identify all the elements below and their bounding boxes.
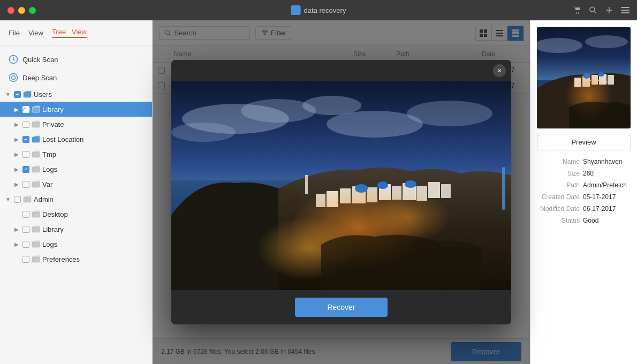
chevron-admin: ▼ [4,195,12,203]
svg-point-72 [409,191,411,192]
folder-icon-library [32,105,40,113]
info-row-name: Name Shyannhaven [537,158,631,165]
sidebar-item-tmp[interactable]: ▶ Tmp [0,147,152,162]
checkbox-var[interactable] [22,181,29,188]
tree-label-users: Users [34,90,52,98]
right-panel: Preview Name Shyannhaven Size 260 Path A… [530,20,637,364]
svg-point-11 [12,76,16,80]
svg-point-0 [576,12,577,13]
sidebar-item-admin-desktop[interactable]: ▶ Desktop [0,207,152,222]
minimize-button[interactable] [18,7,25,14]
folder-icon-admin [23,195,32,203]
menu-icon[interactable] [621,6,630,14]
chevron-admin-library: ▶ [13,225,20,233]
tree-label-admin-logs: Logs [42,240,57,248]
sidebar-menu-bar: File View Tree View [0,20,152,46]
checkbox-private[interactable] [22,121,29,128]
info-value-size: 260 [583,170,594,177]
preview-button[interactable]: Preview [537,134,631,150]
quick-scan-icon [9,55,18,64]
svg-point-1 [578,12,579,13]
checkbox-admin-preferences[interactable] [22,256,29,263]
sidebar-item-library[interactable]: ▶ ✓ Library [0,102,152,117]
content-area: Filter [153,20,530,364]
modal-recover-button[interactable]: Recover [295,298,387,317]
sidebar-item-private[interactable]: ▶ Private [0,117,152,132]
deep-scan-item[interactable]: Deep Scan [0,69,152,87]
info-row-modified: Modified Date 06-17-2017 [537,205,631,213]
checkbox-tmp[interactable] [22,151,29,158]
svg-line-3 [595,12,597,14]
sidebar-item-admin[interactable]: ▼ Admin [0,192,152,207]
sidebar-item-admin-logs[interactable]: ▶ Logs [0,237,152,252]
info-row-path: Path Admin/Prefetch [537,181,631,189]
menu-file[interactable]: File [9,29,20,37]
tree-label-admin-library: Library [42,225,64,233]
tree-label-admin: Admin [34,195,54,203]
info-label-size: Size [537,170,580,177]
close-button[interactable] [7,7,14,14]
info-label-modified: Modified Date [537,205,580,213]
checkbox-admin[interactable] [14,196,21,203]
sidebar-item-admin-library[interactable]: ▶ Library [0,222,152,237]
santorini-image [171,81,511,290]
info-value-modified: 06-17-2017 [583,205,616,213]
checkbox-admin-desktop[interactable] [22,211,29,218]
menu-tree-view[interactable]: Tree View [52,28,87,38]
sidebar-item-users[interactable]: ▼ Users [0,87,152,102]
folder-icon-tmp [32,150,40,158]
checkbox-lost-location[interactable] [22,136,29,143]
folder-icon-logs [32,165,40,173]
sidebar-item-admin-preferences[interactable]: ▶ Preferences [0,252,152,267]
svg-point-70 [382,190,384,192]
titlebar: data recovery [0,0,637,20]
chevron-library: ▶ [13,105,20,113]
svg-rect-6 [621,7,630,8]
info-row-created: Created Date 05-17-2017 [537,193,631,201]
quick-scan-item[interactable]: Quick Scan [0,50,152,69]
chevron-var: ▶ [13,180,20,188]
info-value-status: Good [583,217,598,224]
sidebar-item-logs[interactable]: ▶ Logs [0,162,152,177]
svg-point-90 [598,80,599,81]
svg-point-66 [329,198,330,199]
app-icon [291,5,301,15]
chevron-private: ▶ [13,120,20,128]
svg-point-88 [583,82,585,84]
svg-rect-22 [32,242,40,247]
tree-label-admin-preferences: Preferences [42,255,80,263]
svg-rect-15 [32,137,40,142]
checkbox-admin-library[interactable] [22,226,29,233]
chevron-logs: ▶ [13,165,20,173]
folder-icon-lost-location [32,135,40,143]
folder-icon-admin-desktop [32,210,40,218]
cart-icon[interactable] [573,6,581,14]
folder-icon-admin-logs [32,240,40,248]
sidebar-item-var[interactable]: ▶ Var [0,177,152,192]
maximize-button[interactable] [29,7,36,14]
app-body: File View Tree View Quick Scan Dee [0,20,637,364]
svg-point-69 [369,193,370,195]
image-preview-modal: × [171,60,511,324]
menu-view[interactable]: View [28,29,43,37]
add-icon[interactable] [605,6,613,14]
search-icon[interactable] [589,6,597,14]
modal-footer: Recover [171,290,511,324]
svg-rect-75 [502,167,505,210]
svg-rect-8 [621,12,630,13]
chevron-admin-logs: ▶ [13,240,20,248]
info-value-created: 05-17-2017 [583,193,616,201]
sidebar-item-lost-location[interactable]: ▶ Lost Location [0,132,152,147]
checkbox-library[interactable]: ✓ [22,106,29,113]
svg-point-10 [10,74,18,82]
titlebar-actions [573,6,630,14]
info-value-name: Shyannhaven [583,158,622,165]
checkbox-logs[interactable] [22,166,29,173]
folder-icon-admin-library [32,225,40,233]
folder-icon-users [23,90,32,98]
checkbox-users[interactable] [14,91,21,98]
tree-label-private: Private [42,120,64,128]
svg-point-71 [396,192,397,194]
modal-close-button[interactable]: × [493,64,506,77]
checkbox-admin-logs[interactable] [22,241,29,248]
